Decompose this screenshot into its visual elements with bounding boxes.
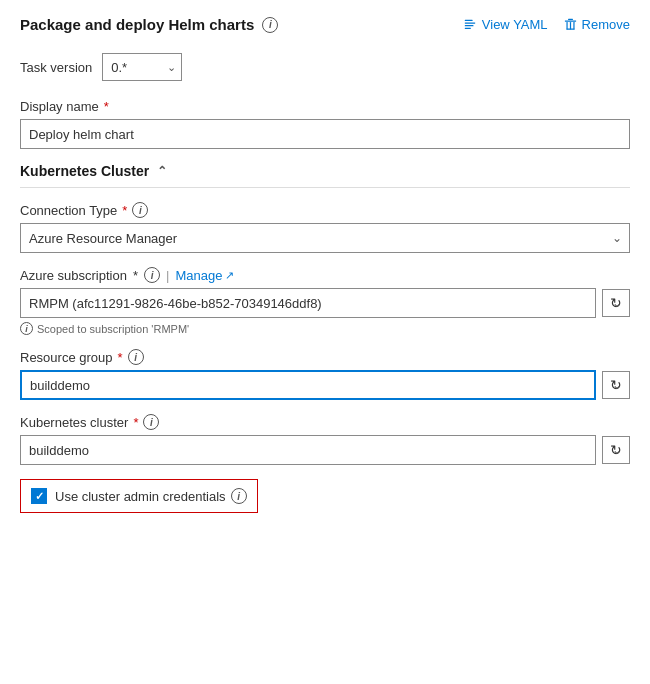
kubernetes-cluster-select-wrapper: builddemo ⌄ ↻ (20, 435, 630, 465)
divider-pipe: | (166, 268, 169, 283)
page-title-text: Package and deploy Helm charts (20, 16, 254, 33)
display-name-group: Display name * (20, 99, 630, 149)
resource-group-field-group: Resource group * i builddemo ⌄ ↻ (20, 349, 630, 400)
connection-type-required: * (122, 203, 127, 218)
task-version-label: Task version (20, 60, 92, 75)
svg-rect-4 (568, 19, 573, 20)
scoped-note-text: Scoped to subscription 'RMPM' (37, 323, 189, 335)
checkbox-check-icon: ✓ (35, 490, 44, 503)
svg-rect-0 (465, 19, 473, 20)
resource-group-refresh-button[interactable]: ↻ (602, 371, 630, 399)
page-info-icon[interactable]: i (262, 17, 278, 33)
use-cluster-admin-container[interactable]: ✓ Use cluster admin credentials i (20, 479, 258, 513)
kubernetes-cluster-field-group: Kubernetes cluster * i builddemo ⌄ ↻ (20, 414, 630, 465)
kubernetes-section-label: Kubernetes Cluster (20, 163, 149, 179)
yaml-icon (463, 18, 477, 32)
connection-type-select[interactable]: Azure Resource Manager Kubernetes Servic… (20, 223, 630, 253)
manage-link-text: Manage (175, 268, 222, 283)
remove-label: Remove (582, 17, 630, 32)
connection-type-info-icon[interactable]: i (132, 202, 148, 218)
azure-subscription-select-wrapper: RMPM (afc11291-9826-46be-b852-70349146dd… (20, 288, 630, 318)
use-cluster-admin-info-icon[interactable]: i (231, 488, 247, 504)
azure-subscription-select[interactable]: RMPM (afc11291-9826-46be-b852-70349146dd… (20, 288, 596, 318)
resource-group-label-text: Resource group (20, 350, 113, 365)
kubernetes-cluster-select[interactable]: builddemo (20, 435, 596, 465)
kubernetes-cluster-info-icon[interactable]: i (143, 414, 159, 430)
display-name-required: * (104, 99, 109, 114)
resource-group-info-icon[interactable]: i (128, 349, 144, 365)
display-name-input[interactable] (20, 119, 630, 149)
remove-button[interactable]: Remove (564, 17, 630, 32)
kubernetes-collapse-icon[interactable]: ⌃ (157, 164, 167, 178)
svg-rect-7 (569, 22, 570, 29)
svg-rect-1 (465, 22, 476, 23)
azure-subscription-refresh-icon: ↻ (610, 295, 622, 311)
resource-group-label: Resource group * i (20, 349, 630, 365)
azure-subscription-label-row: Azure subscription * i | Manage ↗ (20, 267, 630, 283)
svg-rect-3 (465, 27, 471, 28)
header-actions: View YAML Remove (463, 17, 630, 32)
remove-icon (564, 18, 577, 31)
connection-type-group: Connection Type * i Azure Resource Manag… (20, 202, 630, 253)
svg-rect-6 (566, 22, 567, 29)
external-link-icon: ↗ (225, 269, 234, 282)
resource-group-refresh-icon: ↻ (610, 377, 622, 393)
connection-type-label-text: Connection Type (20, 203, 117, 218)
view-yaml-label: View YAML (482, 17, 548, 32)
task-version-row: Task version 0.* ⌄ (20, 53, 630, 81)
kubernetes-cluster-label-text: Kubernetes cluster (20, 415, 128, 430)
kubernetes-cluster-refresh-icon: ↻ (610, 442, 622, 458)
svg-rect-5 (564, 20, 575, 21)
resource-group-required: * (118, 350, 123, 365)
azure-subscription-refresh-button[interactable]: ↻ (602, 289, 630, 317)
scoped-note-icon: i (20, 322, 33, 335)
connection-type-label: Connection Type * i (20, 202, 630, 218)
kubernetes-cluster-refresh-button[interactable]: ↻ (602, 436, 630, 464)
connection-type-select-wrapper: Azure Resource Manager Kubernetes Servic… (20, 223, 630, 253)
svg-rect-2 (465, 25, 474, 26)
azure-subscription-info-icon[interactable]: i (144, 267, 160, 283)
svg-rect-8 (573, 22, 574, 29)
azure-subscription-label-text: Azure subscription (20, 268, 127, 283)
display-name-label-text: Display name (20, 99, 99, 114)
svg-rect-9 (566, 29, 574, 30)
manage-link[interactable]: Manage ↗ (175, 268, 234, 283)
view-yaml-button[interactable]: View YAML (463, 17, 548, 32)
page-title: Package and deploy Helm charts i (20, 16, 278, 33)
kubernetes-cluster-required: * (133, 415, 138, 430)
task-version-select[interactable]: 0.* (102, 53, 182, 81)
kubernetes-cluster-label: Kubernetes cluster * i (20, 414, 630, 430)
page-header: Package and deploy Helm charts i View YA… (20, 16, 630, 33)
scoped-note: i Scoped to subscription 'RMPM' (20, 322, 630, 335)
display-name-label: Display name * (20, 99, 630, 114)
kubernetes-section-heading: Kubernetes Cluster ⌃ (20, 163, 630, 188)
use-cluster-admin-label-text: Use cluster admin credentials (55, 489, 226, 504)
task-version-select-wrapper: 0.* ⌄ (102, 53, 182, 81)
azure-subscription-group: Azure subscription * i | Manage ↗ RMPM (… (20, 267, 630, 335)
azure-subscription-required: * (133, 268, 138, 283)
use-cluster-admin-label: Use cluster admin credentials i (55, 488, 247, 504)
resource-group-select[interactable]: builddemo (20, 370, 596, 400)
use-cluster-admin-checkbox[interactable]: ✓ (31, 488, 47, 504)
resource-group-select-wrapper: builddemo ⌄ ↻ (20, 370, 630, 400)
